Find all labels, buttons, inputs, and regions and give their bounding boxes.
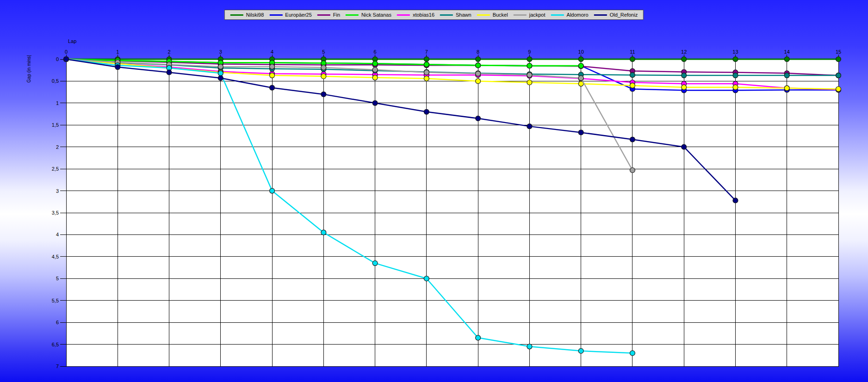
data-point-aldomoro-lap-4 <box>270 188 275 193</box>
data-point-nick-satanas-lap-9 <box>527 63 532 68</box>
data-point-old_refoniz-lap-0 <box>64 57 69 62</box>
x-tick-label: 9 <box>528 49 531 55</box>
legend-label: Europäer25 <box>285 12 312 18</box>
legend-label: Nilski98 <box>246 12 264 18</box>
data-point-shawn-lap-12 <box>682 73 687 78</box>
data-point-aldomoro-lap-3 <box>218 71 223 76</box>
data-point-jackpot-lap-7 <box>424 70 429 75</box>
y-tick-label: 2 <box>56 144 59 150</box>
data-point-buckel-lap-4 <box>270 73 275 78</box>
y-tick-label: 6 <box>56 320 59 325</box>
data-point-buckel-lap-15 <box>836 86 841 92</box>
data-point-nilski98-lap-10 <box>578 57 583 62</box>
data-point-buckel-lap-7 <box>424 76 429 81</box>
data-point-aldomoro-lap-9 <box>527 344 532 349</box>
data-point-jackpot-lap-10 <box>578 75 583 80</box>
x-tick-label: 14 <box>784 49 790 55</box>
chart-legend: Nilski98Europäer25FinNick Satanasxtobias… <box>224 10 644 20</box>
data-point-old_refoniz-lap-8 <box>476 116 481 121</box>
data-point-buckel-lap-13 <box>733 85 738 90</box>
page-background: Nilski98Europäer25FinNick Satanasxtobias… <box>0 0 868 382</box>
data-point-shawn-lap-14 <box>784 73 789 78</box>
data-point-nilski98-lap-11 <box>630 57 635 62</box>
data-point-nick-satanas-lap-8 <box>476 63 481 68</box>
legend-label: Fin <box>333 12 340 18</box>
x-tick-label: 8 <box>477 49 479 55</box>
legend-item-aldomoro: Aldomoro <box>551 12 589 18</box>
y-tick-label: 5,5 <box>52 298 59 303</box>
data-point-shawn-lap-13 <box>733 73 738 78</box>
data-point-jackpot-lap-9 <box>527 73 532 78</box>
legend-swatch <box>440 14 453 16</box>
legend-label: Aldomoro <box>567 12 589 18</box>
x-tick-label: 1 <box>116 49 119 55</box>
data-point-buckel-lap-11 <box>630 83 635 88</box>
legend-swatch <box>477 14 490 16</box>
legend-swatch <box>317 14 330 16</box>
data-point-old_refoniz-lap-11 <box>630 137 635 142</box>
legend-item-nick-satanas: Nick Satanas <box>346 12 391 18</box>
data-point-nilski98-lap-15 <box>836 57 841 62</box>
legend-item-jackpot: jackpot <box>514 12 546 18</box>
data-point-old_refoniz-lap-1 <box>115 65 120 70</box>
data-point-jackpot-lap-3 <box>218 64 223 69</box>
legend-label: Buckel <box>493 12 508 18</box>
legend-swatch <box>346 14 359 16</box>
data-point-aldomoro-lap-7 <box>424 276 429 281</box>
data-point-old_refoniz-lap-13 <box>733 198 738 203</box>
x-tick-label: 6 <box>374 49 377 55</box>
data-point-old_refoniz-lap-12 <box>682 144 687 149</box>
legend-swatch <box>594 14 607 16</box>
legend-item-fin: Fin <box>317 12 340 18</box>
legend-swatch <box>230 14 243 16</box>
legend-label: jackpot <box>529 12 546 18</box>
x-tick-label: 2 <box>167 49 170 55</box>
y-tick-label: 1 <box>56 100 59 106</box>
y-tick-label: 1,5 <box>52 122 59 128</box>
legend-item-xtobias16: xtobias16 <box>397 12 434 18</box>
data-point-nilski98-lap-9 <box>527 57 532 62</box>
y-tick-label: 4 <box>56 232 59 237</box>
x-tick-label: 5 <box>322 49 325 55</box>
data-point-jackpot-lap-11 <box>630 167 635 173</box>
data-point-old_refoniz-lap-4 <box>270 85 275 90</box>
x-tick-label: 3 <box>219 49 222 55</box>
legend-swatch <box>551 14 564 16</box>
legend-item-old_refoniz: Old_Refoniz <box>594 12 638 18</box>
legend-label: xtobias16 <box>413 12 434 18</box>
data-point-buckel-lap-8 <box>476 79 481 84</box>
y-tick-label: 5 <box>56 276 59 281</box>
legend-label: Shawn <box>456 12 471 18</box>
y-tick-label: 3 <box>56 188 59 194</box>
x-tick-label: 4 <box>271 49 273 55</box>
y-axis-title: Gap (in mins| <box>26 55 31 82</box>
legend-label: Old_Refoniz <box>610 12 638 18</box>
data-point-nilski98-lap-7 <box>424 57 429 62</box>
data-point-nilski98-lap-13 <box>733 57 738 62</box>
data-point-nick-satanas-lap-6 <box>372 61 378 66</box>
legend-item-europäer25: Europäer25 <box>269 12 312 18</box>
data-point-aldomoro-lap-11 <box>630 351 635 356</box>
x-axis-title: Lap <box>68 38 76 44</box>
data-point-aldomoro-lap-10 <box>578 348 583 353</box>
y-tick-label: 0 <box>56 56 59 62</box>
legend-item-buckel: Buckel <box>477 12 508 18</box>
y-tick-label: 2,5 <box>52 166 59 172</box>
legend-item-nilski98: Nilski98 <box>230 12 264 18</box>
legend-item-shawn: Shawn <box>440 12 471 18</box>
legend-swatch <box>514 14 527 16</box>
legend-swatch <box>397 14 410 16</box>
data-point-buckel-lap-5 <box>321 74 326 79</box>
data-point-old_refoniz-lap-6 <box>372 100 378 105</box>
data-point-old_refoniz-lap-7 <box>424 109 429 114</box>
y-tick-label: 3,5 <box>52 210 59 216</box>
data-point-old_refoniz-lap-10 <box>578 130 583 135</box>
data-point-aldomoro-lap-8 <box>476 335 481 340</box>
x-tick-label: 12 <box>681 49 687 55</box>
x-tick-label: 10 <box>578 49 584 55</box>
data-point-buckel-lap-14 <box>784 86 789 91</box>
legend-label: Nick Satanas <box>361 12 391 18</box>
y-tick-label: 7 <box>56 364 59 369</box>
data-point-old_refoniz-lap-9 <box>527 124 532 129</box>
data-point-jackpot-lap-6 <box>372 67 378 72</box>
